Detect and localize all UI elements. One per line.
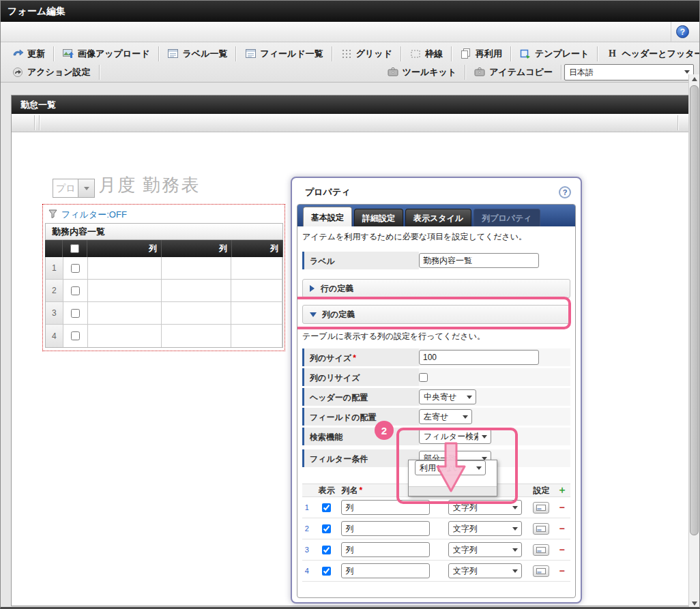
select-all-checkbox[interactable] [70,244,79,253]
remove-column-button[interactable]: − [553,544,570,555]
scrollbar-thumb[interactable] [690,85,699,535]
selected-item-outline[interactable]: フィルター:OFF 勤務内容一覧 列 列 列 [42,204,285,351]
row-checkbox[interactable] [71,309,80,318]
remove-column-button[interactable]: − [553,523,570,534]
toolbar-row-2: アクション設定 ツールキット アイテムコピー 日本語 [6,63,694,81]
scroll-up-arrow[interactable] [689,74,699,84]
column-row: 4 文字列 − [302,561,570,582]
vertical-scrollbar[interactable] [688,74,699,608]
row-checkbox[interactable] [71,331,80,340]
column-name-input[interactable] [341,563,430,578]
filter-toggle-link[interactable]: フィルター:OFF [48,209,127,221]
column-name-input[interactable] [341,500,430,515]
header-align-select[interactable]: 中央寄せ [419,389,476,404]
search-function-select[interactable]: フィルター検索 [419,429,491,444]
dialog-help-icon[interactable]: ? [559,186,571,198]
empty-cell [88,280,162,301]
combobox-dropdown-button[interactable] [78,179,95,198]
table-row: 3 [46,302,282,325]
column-settings-button[interactable] [533,544,549,556]
name-cell [341,542,448,557]
header-footer-button[interactable]: H ヘッダーとフッター [600,46,700,62]
field-align-select-control[interactable]: 左寄せ [419,409,472,424]
label-list-button[interactable]: ラベル一覧 [162,46,234,62]
column-type-select-control[interactable]: 文字列 [448,500,522,515]
template-button[interactable]: テンプレート [514,46,596,62]
column-type-select-control[interactable]: 文字列 [448,521,522,536]
help-button[interactable]: ? [671,22,694,42]
dialog-title: プロパティ [305,186,351,198]
strip-divider [34,115,35,130]
toolbar-button-label: テンプレート [535,48,589,60]
toolbar-separator [465,65,466,80]
tab-display-style[interactable]: 表示スタイル [405,209,471,226]
column-settings-button[interactable] [533,523,549,535]
column-size-input[interactable] [419,350,539,365]
field-align-select[interactable]: 左寄せ [419,409,472,424]
remove-column-button[interactable]: − [553,502,570,513]
template-icon [520,48,531,59]
field-align-row: フィールドの配置 左寄せ [302,408,570,426]
empty-cell [231,280,282,301]
property-value: 左寄せ [419,408,570,426]
tab-basic-settings[interactable]: 基本設定 [303,207,352,226]
column-visible-checkbox[interactable] [322,546,331,554]
column-type-select[interactable]: 文字列 [448,521,522,536]
empty-cell [231,325,282,347]
column-visible-checkbox[interactable] [322,567,331,576]
row-number: 3 [46,302,63,324]
column-type-select-control[interactable]: 文字列 [448,563,522,578]
row-checkbox-cell [63,302,88,324]
column-settings-button[interactable] [533,565,549,577]
image-upload-button[interactable]: 画像アップロード [57,46,156,62]
tab-detail-settings[interactable]: 詳細設定 [354,209,403,226]
main-toolbar: 更新 画像アップロード ラベル一覧 フィールド一覧 [1,42,699,83]
column-name-input[interactable] [341,542,430,557]
update-button[interactable]: 更新 [6,46,51,62]
field-list-button[interactable]: フィールド一覧 [239,46,329,62]
column-type-select[interactable]: 文字列 [448,500,522,515]
header-align-select-control[interactable]: 中央寄せ [419,389,476,404]
item-copy-button[interactable]: アイテムコピー [468,64,559,80]
column-visible-checkbox[interactable] [322,503,331,512]
row-checkbox[interactable] [71,264,80,273]
remove-column-button[interactable]: − [553,565,570,576]
column-resize-checkbox[interactable] [419,373,428,382]
language-select-control[interactable]: 日本語 [564,64,694,80]
toolbar-button-label: アクション設定 [27,66,91,78]
property-label: フィールドの配置 [302,408,419,426]
add-column-button[interactable]: ＋ [553,484,570,496]
language-select[interactable]: 日本語 [564,64,694,80]
do-not-use-select[interactable]: 利用しない [415,460,486,475]
column-settings-button[interactable] [533,502,549,514]
empty-cell [231,257,282,279]
search-function-select-control[interactable]: フィルター検索 [419,429,491,444]
column-definition-accordion[interactable]: 列の定義 1 [302,305,570,324]
toolbar-button-label: アイテムコピー [489,66,553,78]
row-definition-accordion[interactable]: 行の定義 [302,279,570,298]
toolkit-button[interactable]: ツールキット [381,64,463,80]
do-not-use-select-control[interactable]: 利用しない [415,460,486,475]
border-button[interactable]: 枠線 [404,46,449,62]
action-settings-button[interactable]: アクション設定 [6,64,97,80]
column-type-select-control[interactable]: 文字列 [448,542,522,557]
tab-column-properties[interactable]: 列プロパティ [473,209,540,226]
empty-cell [162,302,231,324]
empty-cell [231,302,282,324]
canvas-table-header-row: 列 列 列 [45,240,283,257]
reuse-button[interactable]: 再利用 [454,46,508,62]
toolbar-button-label: ヘッダーとフッター [622,48,700,60]
column-type-select[interactable]: 文字列 [448,563,522,578]
column-visible-checkbox[interactable] [322,524,331,533]
scroll-down-arrow[interactable] [689,599,699,608]
form-window-title-bar: 勤怠一覧 [12,95,689,114]
row-checkbox[interactable] [71,286,80,295]
label-property-row: ラベル [302,252,570,269]
period-combobox[interactable]: プロ [53,179,95,198]
column-resize-row: 列のリサイズ [302,368,570,386]
column-name-input[interactable] [341,521,430,536]
column-type-select[interactable]: 文字列 [448,542,522,557]
label-input[interactable] [419,253,539,268]
toolbar-button-label: ツールキット [403,66,457,78]
grid-button[interactable]: グリッド [335,46,398,62]
